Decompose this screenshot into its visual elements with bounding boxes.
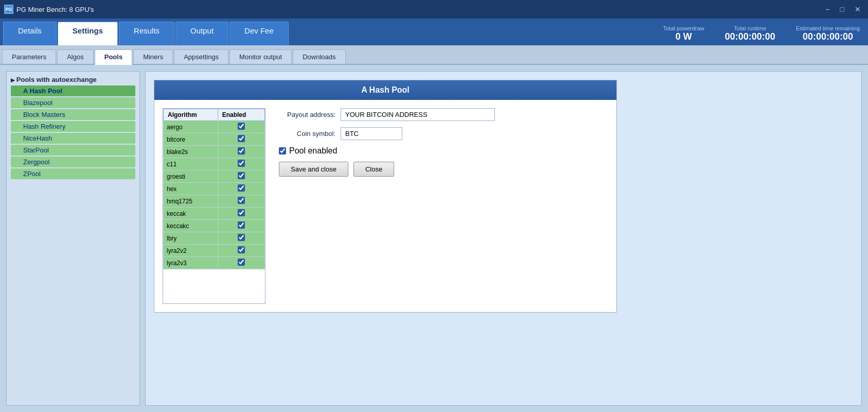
coin-input[interactable]	[341, 127, 402, 140]
tab-details[interactable]: Details	[3, 22, 57, 45]
window-controls[interactable]: − □ ✕	[822, 4, 864, 14]
pool-enabled-label: Pool enabled	[289, 146, 337, 156]
pool-detail-header: A Hash Pool	[154, 80, 616, 100]
tree-group-header[interactable]: Pools with autoexchange	[11, 76, 135, 83]
stat-runtime: Total runtime 00:00:00:00	[725, 25, 775, 42]
minimize-button[interactable]: −	[822, 4, 832, 14]
subtab-downloads[interactable]: Downloads	[293, 49, 345, 64]
table-row: c11	[164, 158, 265, 170]
titlebar-left: PG PG Miner Bench: 8 GPU's	[4, 5, 94, 14]
stat-remaining: Estimated time remaining 00:00:00:00	[796, 25, 860, 42]
algo-name: aergo	[164, 121, 218, 133]
runtime-label: Total runtime	[725, 25, 775, 31]
maximize-button[interactable]: □	[837, 4, 847, 14]
pool-enabled-checkbox[interactable]	[279, 147, 286, 154]
algo-enabled-checkbox[interactable]	[238, 135, 245, 142]
algo-enabled-checkbox[interactable]	[238, 246, 245, 253]
algo-enabled-cell[interactable]	[218, 245, 264, 257]
content-area: Pools with autoexchange A Hash Pool Blaz…	[0, 65, 868, 412]
coin-label: Coin symbol:	[274, 130, 335, 138]
algo-enabled-cell[interactable]	[218, 183, 264, 195]
payout-input[interactable]	[341, 108, 495, 121]
table-row: lbry	[164, 232, 265, 245]
pool-tree-panel: Pools with autoexchange A Hash Pool Blaz…	[6, 71, 140, 406]
titlebar: PG PG Miner Bench: 8 GPU's − □ ✕	[0, 0, 868, 19]
main-tabs: Details Settings Results Output Dev Fee	[3, 22, 289, 45]
pool-detail-body: Algorithm Enabled aergobitcoreblake2sc11…	[154, 100, 616, 312]
algo-name: blake2s	[164, 146, 218, 158]
algo-enabled-checkbox[interactable]	[238, 123, 245, 130]
algo-name: lyra2v3	[164, 257, 218, 269]
algo-enabled-cell[interactable]	[218, 158, 264, 170]
algo-enabled-cell[interactable]	[218, 208, 264, 220]
runtime-value: 00:00:00:00	[725, 31, 775, 42]
payout-row: Payout address:	[274, 108, 608, 121]
powerdraw-value: 0 W	[663, 31, 704, 42]
algo-enabled-checkbox[interactable]	[238, 197, 245, 204]
algo-enabled-cell[interactable]	[218, 220, 264, 232]
tree-item-hashrefinery[interactable]: Hash Refinery	[11, 121, 135, 132]
save-and-close-button[interactable]: Save and close	[279, 162, 348, 177]
subtab-parameters[interactable]: Parameters	[2, 49, 56, 64]
tab-output[interactable]: Output	[175, 22, 228, 45]
payout-label: Payout address:	[274, 111, 335, 118]
sub-tabs-bar: Parameters Algos Pools Miners Appsetting…	[0, 45, 868, 65]
tree-item-zpool[interactable]: ZPool	[11, 168, 135, 179]
subtab-pools[interactable]: Pools	[95, 49, 132, 65]
algo-enabled-cell[interactable]	[218, 170, 264, 183]
tree-item-blazepool[interactable]: Blazepool	[11, 97, 135, 108]
tab-settings[interactable]: Settings	[58, 22, 118, 45]
table-row: lyra2v2	[164, 245, 265, 257]
powerdraw-label: Total powerdraw	[663, 25, 704, 31]
algo-enabled-cell[interactable]	[218, 232, 264, 245]
algo-name: keccak	[164, 208, 218, 220]
algo-enabled-cell[interactable]	[218, 133, 264, 146]
pool-detail-box: A Hash Pool Algorithm Enabled aergobitco…	[154, 80, 617, 313]
main-tabs-bar: Details Settings Results Output Dev Fee …	[0, 19, 868, 45]
subtab-monitor-output[interactable]: Monitor output	[229, 49, 292, 64]
tab-results[interactable]: Results	[119, 22, 174, 45]
subtab-appsettings[interactable]: Appsettings	[174, 49, 228, 64]
algo-col-enabled: Enabled	[218, 109, 264, 121]
table-row: hmq1725	[164, 195, 265, 208]
algo-enabled-cell[interactable]	[218, 146, 264, 158]
close-button[interactable]: ✕	[852, 4, 864, 14]
tree-item-starpool[interactable]: StarPool	[11, 145, 135, 156]
tree-item-blockmasters[interactable]: Block Masters	[11, 109, 135, 120]
tab-devfee[interactable]: Dev Fee	[229, 22, 289, 45]
algo-name: lyra2v2	[164, 245, 218, 257]
algo-enabled-cell[interactable]	[218, 195, 264, 208]
close-button[interactable]: Close	[353, 162, 394, 177]
algo-enabled-checkbox[interactable]	[238, 160, 245, 167]
algo-enabled-checkbox[interactable]	[238, 147, 245, 154]
table-row: hex	[164, 183, 265, 195]
algo-table-wrap[interactable]: Algorithm Enabled aergobitcoreblake2sc11…	[163, 108, 265, 304]
algo-enabled-checkbox[interactable]	[238, 209, 245, 216]
subtab-miners[interactable]: Miners	[133, 49, 173, 64]
coin-row: Coin symbol:	[274, 127, 608, 140]
algo-col-algorithm: Algorithm	[164, 109, 218, 121]
table-row: groesti	[164, 170, 265, 183]
algo-name: lbry	[164, 232, 218, 245]
algo-enabled-checkbox[interactable]	[238, 172, 245, 179]
table-row: bitcore	[164, 133, 265, 146]
algo-enabled-cell[interactable]	[218, 257, 264, 269]
algo-enabled-checkbox[interactable]	[238, 234, 245, 241]
tree-item-nicehash[interactable]: NiceHash	[11, 133, 135, 144]
tree-item-zergpool[interactable]: Zergpool	[11, 157, 135, 167]
app-title: PG Miner Bench: 8 GPU's	[16, 6, 94, 13]
table-row: keccak	[164, 208, 265, 220]
algo-name: bitcore	[164, 133, 218, 146]
algo-enabled-checkbox[interactable]	[238, 221, 245, 229]
algo-table: Algorithm Enabled aergobitcoreblake2sc11…	[163, 109, 265, 269]
algo-enabled-cell[interactable]	[218, 121, 264, 133]
table-row: blake2s	[164, 146, 265, 158]
subtab-algos[interactable]: Algos	[57, 49, 94, 64]
pool-detail-panel: A Hash Pool Algorithm Enabled aergobitco…	[145, 71, 862, 406]
algo-name: keccakc	[164, 220, 218, 232]
algo-enabled-checkbox[interactable]	[238, 259, 245, 266]
algo-enabled-checkbox[interactable]	[238, 184, 245, 192]
tree-item-ahashpool[interactable]: A Hash Pool	[11, 85, 135, 96]
pool-form: Payout address: Coin symbol: Pool enable…	[274, 108, 608, 304]
pool-enabled-row: Pool enabled	[279, 146, 608, 156]
